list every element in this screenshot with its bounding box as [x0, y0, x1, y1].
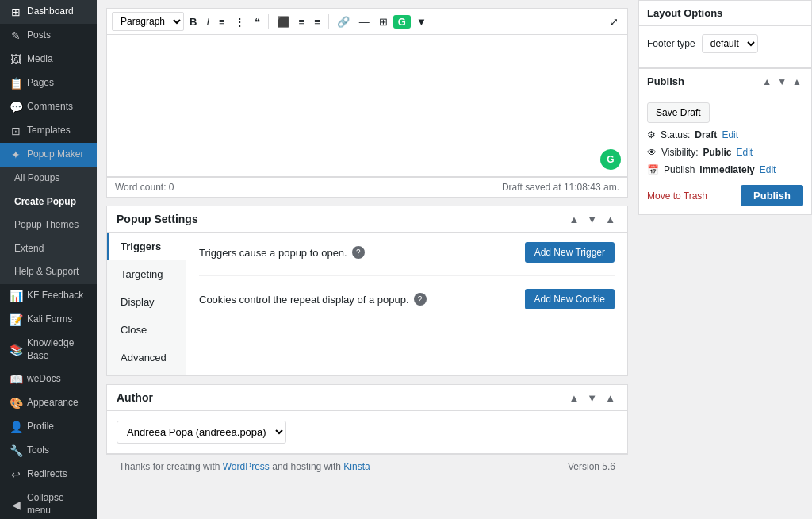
tab-targeting[interactable]: Targeting	[107, 260, 186, 288]
link-button[interactable]: 🔗	[333, 14, 354, 29]
sidebar-item-media[interactable]: 🖼 Media	[0, 48, 97, 71]
popup-settings-tabs: Triggers Targeting Display Close Advance…	[107, 233, 186, 375]
bold-button[interactable]: B	[186, 14, 201, 29]
author-panel-up-button[interactable]: ▲	[566, 392, 581, 404]
layout-options-header: Layout Options	[639, 1, 811, 26]
ordered-list-button[interactable]: ⋮	[231, 14, 249, 29]
author-select[interactable]: Andreea Popa (andreea.popa)	[117, 421, 286, 444]
paragraph-select[interactable]: Paragraph	[112, 12, 184, 31]
author-panel: Author ▲ ▼ ▲ Andreea Popa (andreea.popa)	[106, 384, 628, 454]
sidebar-item-label: Popup Themes	[14, 219, 79, 232]
panel-down-button[interactable]: ▼	[584, 213, 599, 225]
comments-icon: 💬	[10, 101, 22, 113]
footer-type-select[interactable]: default	[702, 34, 758, 53]
kali-forms-icon: 📝	[10, 313, 22, 326]
sidebar-item-redirects[interactable]: ↩ Redirects	[0, 463, 97, 486]
triggers-help-icon[interactable]: ?	[352, 246, 365, 259]
sidebar-item-tools[interactable]: 🔧 Tools	[0, 439, 97, 463]
author-panel-toggle-button[interactable]: ▲	[603, 392, 618, 404]
sidebar-item-label: Popup Maker	[27, 148, 83, 161]
publish-panel-header: Publish ▲ ▼ ▲	[639, 69, 811, 94]
kinsta-link[interactable]: Kinsta	[343, 461, 370, 472]
tab-display[interactable]: Display	[107, 288, 186, 316]
grammarly-button[interactable]: G	[393, 15, 411, 29]
sidebar-item-appearance[interactable]: 🎨 Appearance	[0, 391, 97, 415]
add-cookie-button[interactable]: Add New Cookie	[525, 289, 615, 309]
tab-close[interactable]: Close	[107, 316, 186, 344]
tab-advanced[interactable]: Advanced	[107, 344, 186, 371]
calendar-icon: 📅	[647, 164, 659, 175]
sidebar-item-create-popup[interactable]: Create Popup	[0, 190, 97, 214]
footer-type-label: Footer type	[647, 38, 695, 49]
visibility-edit-link[interactable]: Edit	[736, 147, 753, 158]
sidebar-item-wedocs[interactable]: 📖 weDocs	[0, 367, 97, 391]
sidebar-item-dashboard[interactable]: ⊞ Dashboard	[0, 0, 97, 24]
sidebar-item-templates[interactable]: ⊡ Templates	[0, 119, 97, 143]
italic-button[interactable]: I	[202, 14, 213, 29]
grammarly-widget[interactable]: G	[600, 149, 621, 170]
status-edit-link[interactable]: Edit	[722, 129, 738, 140]
kf-feedback-icon: 📊	[10, 290, 22, 302]
panel-toggle-button[interactable]: ▲	[603, 213, 618, 225]
unordered-list-button[interactable]: ≡	[215, 14, 229, 29]
sidebar-item-all-popups[interactable]: All Popups	[0, 167, 97, 190]
sidebar-item-label: Create Popup	[14, 196, 76, 209]
sidebar-item-knowledge-base[interactable]: 📚 Knowledge Base	[0, 332, 97, 367]
move-to-trash-link[interactable]: Move to Trash	[647, 190, 707, 202]
author-panel-down-button[interactable]: ▼	[584, 392, 599, 404]
publish-button[interactable]: Publish	[741, 185, 803, 206]
cookies-help-icon[interactable]: ?	[414, 293, 427, 306]
word-count-label: Word count: 0	[115, 182, 174, 193]
sidebar-item-popup-maker[interactable]: ✦ Popup Maker	[0, 143, 97, 167]
sidebar-item-comments[interactable]: 💬 Comments	[0, 95, 97, 119]
sidebar-item-collapse[interactable]: ◀ Collapse menu	[0, 486, 97, 519]
page-footer: Thanks for creating with WordPress and h…	[106, 454, 628, 479]
sidebar-item-popup-themes[interactable]: Popup Themes	[0, 213, 97, 237]
dashboard-icon: ⊞	[10, 6, 22, 18]
panel-up-button[interactable]: ▲	[566, 213, 581, 225]
sidebar-item-pages[interactable]: 📋 Pages	[0, 71, 97, 95]
fullscreen-button[interactable]: ⤢	[606, 14, 622, 29]
word-count-value: 0	[169, 182, 174, 193]
align-center-button[interactable]: ≡	[295, 14, 309, 29]
toolbar-separator-2	[328, 14, 329, 29]
sidebar-item-posts[interactable]: ✎ Posts	[0, 24, 97, 48]
status-value: Draft	[695, 129, 717, 140]
save-draft-button[interactable]: Save Draft	[647, 102, 710, 123]
sidebar-item-profile[interactable]: 👤 Profile	[0, 415, 97, 439]
publish-panel-down[interactable]: ▼	[776, 76, 788, 87]
publish-panel-up[interactable]: ▲	[760, 76, 773, 87]
publish-time: immediately	[699, 164, 754, 175]
editor-main: Paragraph B I ≡ ⋮ ❝ ⬛ ≡ ≡ 🔗 — ⊞ G ▼ ⤢	[97, 0, 638, 519]
wordpress-link[interactable]: WordPress	[223, 461, 270, 472]
more-options-button[interactable]: ▼	[412, 14, 431, 29]
sidebar-item-label: Knowledge Base	[27, 337, 90, 362]
tools-icon: 🔧	[10, 444, 22, 457]
publish-panel-toggle[interactable]: ▲	[791, 76, 803, 87]
sidebar-item-kf-feedback[interactable]: 📊 KF Feedback	[0, 284, 97, 308]
triggers-row: Triggers cause a popup to open. ? Add Ne…	[199, 242, 615, 276]
redirects-icon: ↩	[10, 468, 22, 481]
visibility-label: Visibility:	[661, 147, 698, 158]
align-right-button[interactable]: ≡	[310, 14, 324, 29]
publish-time-edit-link[interactable]: Edit	[760, 164, 776, 175]
sidebar-item-kali-forms[interactable]: 📝 Kali Forms	[0, 308, 97, 332]
sidebar-item-help-support[interactable]: Help & Support	[0, 260, 97, 284]
table-button[interactable]: ⊞	[375, 14, 392, 29]
editor-content-area[interactable]: G	[106, 34, 628, 177]
more-button[interactable]: —	[355, 14, 373, 29]
tab-triggers[interactable]: Triggers	[107, 233, 186, 260]
publish-label: Publish	[664, 164, 695, 175]
add-trigger-button[interactable]: Add New Trigger	[525, 242, 615, 263]
sidebar-item-extend[interactable]: Extend	[0, 237, 97, 261]
blockquote-button[interactable]: ❝	[251, 14, 264, 29]
sidebar-item-label: Templates	[27, 125, 71, 137]
popup-settings-content: Triggers cause a popup to open. ? Add Ne…	[186, 233, 627, 375]
sidebar-item-label: Redirects	[27, 468, 67, 481]
sidebar-item-label: Pages	[27, 77, 54, 90]
editor-footer: Word count: 0 Draft saved at 11:08:43 am…	[106, 177, 628, 198]
sidebar-item-label: KF Feedback	[27, 290, 83, 302]
sidebar-item-label: Dashboard	[27, 6, 74, 18]
align-left-button[interactable]: ⬛	[273, 14, 293, 29]
footer-type-row: Footer type default	[647, 34, 803, 53]
